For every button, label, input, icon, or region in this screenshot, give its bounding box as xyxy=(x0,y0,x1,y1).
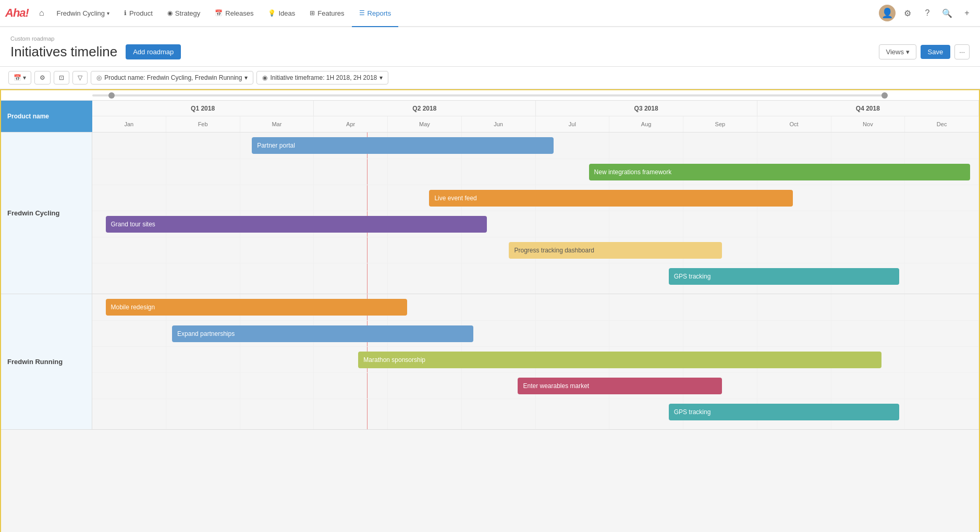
product-icon: ℹ xyxy=(124,9,127,17)
bar-marathon-sponsorship[interactable]: Marathon sponsorship xyxy=(358,352,881,368)
timeframe-filter-label: Initiative timeframe: 1H 2018, 2H 2018 xyxy=(270,74,377,81)
save-button[interactable]: Save xyxy=(921,45,951,59)
timeframe-dropdown-icon: ▾ xyxy=(379,74,383,81)
grid-icon: ⊞ xyxy=(310,9,315,17)
quarter-q3: Q3 2018 xyxy=(536,101,757,116)
section-label-fredwin-cycling: Fredwin Cycling xyxy=(1,132,92,294)
bar-new-integrations[interactable]: New integrations framework xyxy=(589,164,970,180)
nav-right: 👤 ⚙ ? 🔍 + xyxy=(879,5,975,21)
slider-track[interactable] xyxy=(92,94,888,96)
month-mar: Mar xyxy=(240,116,314,132)
home-button[interactable]: ⌂ xyxy=(34,8,50,18)
nav-item-product[interactable]: ℹ Product xyxy=(117,0,160,27)
month-jan: Jan xyxy=(92,116,166,132)
filter-button[interactable]: ▽ xyxy=(72,71,88,84)
layout-button[interactable]: ⊡ xyxy=(54,71,69,84)
nav-item-strategy[interactable]: ◉ Strategy xyxy=(160,0,207,27)
bar-enter-wearables[interactable]: Enter wearables market xyxy=(518,378,721,394)
nav-label-reports: Reports xyxy=(368,9,391,17)
bar-expand-partnerships[interactable]: Expand partnerships xyxy=(172,325,473,342)
months-row: Jan Feb Mar Apr May Jun Jul Aug Sep Oct … xyxy=(92,116,979,132)
bar-row-mobile: Mobile redesign xyxy=(92,294,979,320)
timeframe-filter-chip[interactable]: ◉ Initiative timeframe: 1H 2018, 2H 2018… xyxy=(256,71,388,84)
nav-item-fredwin[interactable]: Fredwin Cycling ▾ xyxy=(50,0,117,27)
page-actions: Views ▾ Save ··· xyxy=(879,44,970,59)
page-title: Initiatives timeline xyxy=(10,44,117,60)
month-aug: Aug xyxy=(609,116,683,132)
month-apr: Apr xyxy=(314,116,388,132)
quarter-q4: Q4 2018 xyxy=(757,101,979,116)
bar-row-2: New integrations framework xyxy=(92,159,979,185)
avatar[interactable]: 👤 xyxy=(879,5,896,21)
month-feb: Feb xyxy=(166,116,240,132)
month-jul: Jul xyxy=(536,116,610,132)
month-jun: Jun xyxy=(462,116,536,132)
bar-grand-tour[interactable]: Grand tour sites xyxy=(106,216,487,233)
month-nov: Nov xyxy=(831,116,905,132)
month-sep: Sep xyxy=(683,116,757,132)
more-button[interactable]: ··· xyxy=(954,44,970,59)
filter-dropdown-icon: ▾ xyxy=(244,74,248,81)
section-bars-fredwin-cycling: Partner portal New integrations framewor… xyxy=(92,132,979,294)
row-label-header: Product name xyxy=(1,101,92,132)
calendar-icon: 📅 xyxy=(215,9,223,17)
timeframe-filter-icon: ◉ xyxy=(262,74,267,81)
slider-handle-right[interactable] xyxy=(881,92,888,99)
add-roadmap-button[interactable]: Add roadmap xyxy=(126,44,181,59)
chevron-down-icon: ▾ xyxy=(107,10,109,16)
section-fredwin-running: Fredwin Running Mobile redesign xyxy=(1,294,979,430)
nav-label-releases: Releases xyxy=(225,9,253,17)
nav-item-reports[interactable]: ☰ Reports xyxy=(352,0,399,27)
bar-gps-tracking-cycling[interactable]: GPS tracking xyxy=(669,268,899,285)
nav-label-fredwin: Fredwin Cycling xyxy=(57,9,105,17)
reports-icon: ☰ xyxy=(359,9,365,17)
add-icon[interactable]: + xyxy=(959,5,975,21)
bar-row-gps-running: GPS tracking xyxy=(92,398,979,425)
product-filter-chip[interactable]: ◎ Product name: Fredwin Cycling, Fredwin… xyxy=(91,71,253,84)
bar-row-wearables: Enter wearables market xyxy=(92,372,979,398)
nav-item-ideas[interactable]: 💡 Ideas xyxy=(261,0,302,27)
toolbar: 📅 ▾ ⚙ ⊡ ▽ ◎ Product name: Fredwin Cyclin… xyxy=(0,67,980,89)
filter-icon: ◎ xyxy=(96,74,102,81)
search-icon[interactable]: 🔍 xyxy=(939,5,955,21)
settings-toolbar-button[interactable]: ⚙ xyxy=(34,71,51,84)
quarter-q1: Q1 2018 xyxy=(92,101,314,116)
section-fredwin-cycling: Fredwin Cycling Partner portal xyxy=(1,132,979,294)
roadmap-container: Product name Q1 2018 Q2 2018 Q3 2018 Q4 … xyxy=(0,89,980,532)
nav-label-features: Features xyxy=(317,9,344,17)
strategy-icon: ◉ xyxy=(167,9,173,17)
bar-gps-tracking-running[interactable]: GPS tracking xyxy=(669,404,899,420)
bar-row-6: GPS tracking xyxy=(92,263,979,289)
bar-progress-tracking[interactable]: Progress tracking dashboard xyxy=(509,242,721,259)
nav-item-features[interactable]: ⊞ Features xyxy=(302,0,351,27)
bar-row-3: Live event feed xyxy=(92,185,979,211)
bar-row-5: Progress tracking dashboard xyxy=(92,237,979,263)
calendar-view-button[interactable]: 📅 ▾ xyxy=(8,71,31,84)
views-button[interactable]: Views ▾ xyxy=(879,44,916,59)
bar-row-1: Partner portal xyxy=(92,132,979,159)
bar-live-event-feed[interactable]: Live event feed xyxy=(429,190,792,207)
quarter-q2: Q2 2018 xyxy=(314,101,535,116)
nav-item-releases[interactable]: 📅 Releases xyxy=(207,0,261,27)
bar-row-expand: Expand partnerships xyxy=(92,320,979,346)
month-dec: Dec xyxy=(905,116,979,132)
timeline-header: Product name Q1 2018 Q2 2018 Q3 2018 Q4 … xyxy=(1,101,979,132)
slider-handle-left[interactable] xyxy=(108,92,115,99)
month-may: May xyxy=(388,116,462,132)
nav-label-ideas: Ideas xyxy=(278,9,295,17)
help-icon[interactable]: ? xyxy=(920,5,935,21)
section-label-fredwin-running: Fredwin Running xyxy=(1,294,92,429)
section-bars-fredwin-running: Mobile redesign Expand partnerships Mara… xyxy=(92,294,979,429)
bar-row-4: Grand tour sites xyxy=(92,211,979,237)
navbar: Aha! ⌂ Fredwin Cycling ▾ ℹ Product ◉ Str… xyxy=(0,0,980,27)
roadmap-scroll: Fredwin Cycling Partner portal xyxy=(1,132,979,532)
nav-label-strategy: Strategy xyxy=(175,9,200,17)
nav-label-product: Product xyxy=(129,9,153,17)
custom-label: Custom roadmap xyxy=(10,35,970,42)
settings-icon[interactable]: ⚙ xyxy=(900,5,915,21)
bar-partner-portal[interactable]: Partner portal xyxy=(252,137,553,154)
lightbulb-icon: 💡 xyxy=(268,9,276,17)
logo[interactable]: Aha! xyxy=(5,6,29,20)
bar-mobile-redesign[interactable]: Mobile redesign xyxy=(106,299,407,316)
quarters-row: Q1 2018 Q2 2018 Q3 2018 Q4 2018 xyxy=(92,101,979,116)
